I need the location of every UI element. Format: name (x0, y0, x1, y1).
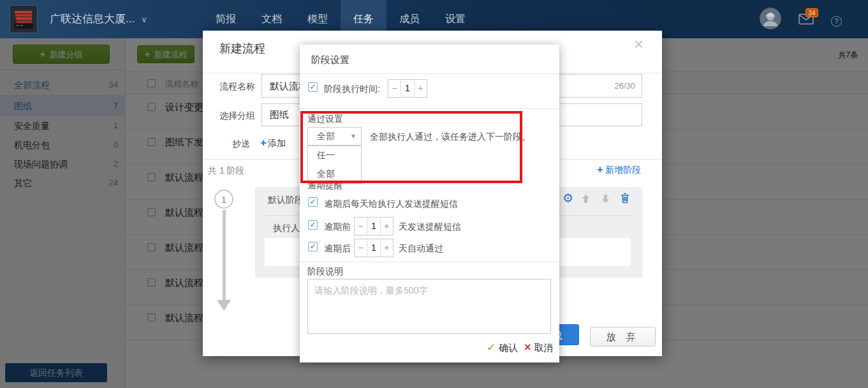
stepper-value: 1 (367, 218, 380, 235)
stage-settings-title: 阶段设置 (311, 54, 349, 66)
app-root: 广联达信息大厦...∨ 简报文档模型任务成员设置 34 ? +新建分组 (0, 0, 868, 388)
remind-after-suffix: 天自动通过 (399, 243, 443, 255)
move-down-icon[interactable] (601, 194, 610, 206)
project-logo (10, 5, 38, 33)
plus-icon: + (597, 164, 603, 175)
char-counter: 26/30 (614, 75, 635, 97)
remind-before-stepper: − 1 + (354, 217, 394, 235)
remind-daily-label: 逾期后每天给执行人发送提醒短信 (324, 198, 458, 210)
help-icon[interactable]: ? (831, 16, 842, 27)
group-select-label: 选择分组 (219, 110, 255, 122)
project-title-text: 广联达信息大厦... (50, 13, 135, 25)
avatar-icon (760, 8, 781, 29)
nav-menu-label: 成员 (399, 13, 420, 24)
stage-name: 默认阶段 (268, 195, 304, 206)
plus-icon: + (260, 137, 267, 149)
executor-label: 执行人: (273, 223, 302, 234)
remind-before-prefix: 逾期前 (324, 221, 351, 233)
divider (300, 73, 559, 74)
cancel-button[interactable]: ×取消 (524, 341, 554, 354)
stage-number-badge: 1 (214, 190, 233, 209)
exec-time-checkbox[interactable]: ✓ (308, 82, 318, 92)
stepper-plus[interactable]: + (415, 80, 427, 97)
divider (300, 262, 559, 262)
remind-after-prefix: 逾期后 (324, 243, 351, 255)
stepper-minus[interactable]: − (355, 218, 367, 235)
process-name-label: 流程名称 (219, 81, 255, 93)
delete-stage-icon[interactable] (621, 193, 629, 206)
confirm-check-icon: ✓ (487, 341, 496, 354)
project-switcher[interactable]: 广联达信息大厦...∨ (50, 0, 147, 38)
stepper-minus[interactable]: − (355, 239, 367, 257)
stepper-value: 1 (401, 80, 414, 97)
cc-label: 抄送 (232, 138, 250, 150)
cc-add-label: 添加 (268, 138, 286, 148)
add-stage-label: 新增阶段 (605, 165, 641, 175)
exec-time-label: 阶段执行时间: (324, 84, 380, 95)
stepper-plus[interactable]: + (381, 218, 393, 235)
group-select-value: 图纸 (270, 109, 289, 120)
remind-before-suffix: 天发送提醒短信 (399, 221, 461, 233)
abandon-button[interactable]: 放 弃 (590, 327, 656, 347)
close-icon[interactable]: × (634, 36, 644, 52)
stage-summary: 共 1 阶段 (208, 165, 245, 177)
stepper-plus[interactable]: + (381, 239, 393, 257)
nav-menu-label: 文档 (261, 13, 282, 24)
modal-title: 新建流程 (219, 41, 265, 56)
nav-menu-label: 任务 (353, 13, 374, 24)
confirm-button[interactable]: ✓确认 (487, 341, 518, 354)
nav-menu-label: 设置 (445, 13, 466, 24)
stage-timeline-arrow (217, 300, 231, 311)
stage-timeline-line (223, 210, 226, 300)
stage-settings-modal: 阶段设置 ✓ 阶段执行时间: − 1 + 通过设置 全部 ▾ 任一全部 全部执行… (300, 45, 559, 362)
stage-desc-textarea[interactable] (307, 279, 551, 334)
building-logo-image (10, 6, 37, 33)
remind-after-stepper: − 1 + (354, 239, 394, 257)
stepper-minus[interactable]: − (388, 80, 401, 97)
desc-section-label: 阶段说明 (307, 266, 343, 278)
stepper-value: 1 (367, 239, 380, 257)
exec-time-stepper: − 1 + (388, 79, 427, 98)
chevron-down-icon: ∨ (141, 15, 147, 24)
user-avatar[interactable] (760, 8, 781, 29)
nav-menu-label: 模型 (307, 13, 328, 24)
nav-menu-label: 简报 (216, 13, 236, 24)
message-count-badge: 34 (805, 8, 818, 17)
cancel-x-icon: × (524, 341, 531, 354)
confirm-label: 确认 (499, 342, 518, 353)
annotation-red-box (300, 111, 522, 183)
add-stage-button[interactable]: +新增阶段 (597, 164, 641, 176)
remind-after-checkbox[interactable]: ✓ (308, 242, 318, 251)
cancel-label: 取消 (534, 342, 554, 353)
cc-add-button[interactable]: +添加 (260, 137, 286, 149)
move-up-icon[interactable] (582, 194, 590, 206)
remind-before-checkbox[interactable]: ✓ (308, 220, 318, 230)
gear-icon[interactable]: ⚙ (563, 192, 573, 204)
remind-daily-checkbox[interactable]: ✓ (308, 197, 318, 207)
divider (300, 108, 559, 109)
